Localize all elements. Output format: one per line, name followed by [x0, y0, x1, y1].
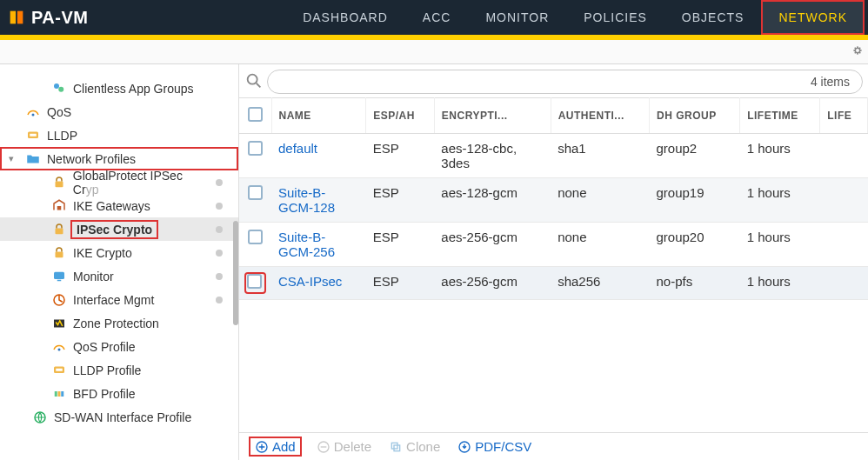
ifmgmt-icon: [50, 291, 68, 309]
sidebar-item-ike-crypto[interactable]: IKE Crypto: [0, 241, 238, 264]
row-enc: aes-256-gcm: [434, 223, 551, 267]
sidebar-item-label: QoS: [47, 105, 71, 119]
sidebar-item-label: Network Profiles: [47, 152, 136, 166]
ipsec-table: NAMEESP/AHENCRYPTI...AUTHENTI...DH GROUP…: [239, 97, 868, 300]
row-auth: sha256: [551, 267, 649, 300]
svg-rect-9: [54, 271, 64, 278]
sidebar-item-interface-mgmt[interactable]: Interface Mgmt: [0, 288, 238, 311]
lock-icon: [50, 244, 68, 262]
row-name[interactable]: Suite-B-GCM-128: [278, 185, 335, 215]
status-dot-icon: [216, 273, 223, 280]
sidebar-item-sd-wan-interface-profile[interactable]: SD-WAN Interface Profile: [0, 405, 238, 429]
monitor-icon: [50, 268, 68, 285]
grid-count: 4 items: [811, 75, 850, 89]
sidebar-item-clientless-app-groups[interactable]: Clientless App Groups: [0, 77, 238, 100]
sidebar-item-qos[interactable]: QoS: [0, 100, 238, 123]
sdwan-icon: [31, 409, 49, 426]
row-life: 1 hours: [740, 223, 820, 267]
chevron-down-icon: ▾: [9, 153, 19, 164]
svg-point-13: [58, 348, 61, 350]
svg-point-2: [32, 113, 35, 116]
add-button[interactable]: Add: [251, 439, 299, 454]
tab-policies[interactable]: POLICIES: [566, 0, 664, 35]
row-name[interactable]: CSA-IPsec: [278, 274, 342, 289]
tab-monitor[interactable]: MONITOR: [468, 0, 566, 35]
row-name[interactable]: default: [278, 141, 317, 156]
row-checkbox[interactable]: [247, 274, 262, 289]
column-header-espah[interactable]: ESP/AH: [366, 98, 435, 134]
column-header-lifetime[interactable]: LIFETIME: [740, 98, 820, 134]
main: Clientless App GroupsQoSLLDP▾Network Pro…: [0, 64, 868, 460]
export-button[interactable]: PDF/CSV: [457, 439, 531, 454]
clone-label: Clone: [406, 439, 440, 454]
column-header-authenti[interactable]: AUTHENTI...: [551, 98, 649, 134]
row-life2: [820, 267, 868, 300]
column-header-checkbox[interactable]: [239, 98, 271, 134]
table-row[interactable]: Suite-B-GCM-128ESPaes-128-gcmnonegroup19…: [239, 178, 868, 223]
search-icon[interactable]: [244, 71, 264, 93]
table-row[interactable]: CSA-IPsecESPaes-256-gcmsha256no-pfs1 hou…: [239, 267, 868, 300]
table-row[interactable]: defaultESPaes-128-cbc, 3dessha1group21 h…: [239, 134, 868, 178]
row-dh: group19: [649, 178, 739, 223]
lldp-icon: [50, 362, 68, 379]
column-header-name[interactable]: NAME: [271, 98, 366, 134]
sidebar-item-label: Monitor: [73, 270, 114, 283]
sidebar-item-ipsec-crypto[interactable]: IPSec Crypto: [0, 217, 238, 241]
status-dot-icon: [216, 203, 223, 210]
row-dh: group2: [649, 134, 739, 178]
row-name[interactable]: Suite-B-GCM-256: [278, 230, 335, 259]
sidebar-item-bfd-profile[interactable]: BFD Profile: [0, 382, 238, 405]
sidebar-item-monitor[interactable]: Monitor: [0, 264, 238, 288]
column-header-life[interactable]: LIFE: [820, 98, 868, 134]
topbar: PA-VM DASHBOARDACCMONITORPOLICIESOBJECTS…: [0, 0, 868, 35]
column-header-dhgroup[interactable]: DH GROUP: [649, 98, 739, 134]
sidebar-item-label: BFD Profile: [73, 387, 136, 401]
svg-rect-18: [61, 391, 63, 397]
sidebar-item-network-profiles[interactable]: ▾Network Profiles: [0, 147, 238, 170]
svg-point-20: [248, 74, 257, 83]
search-row: 4 items: [239, 64, 868, 97]
row-auth: none: [551, 223, 649, 267]
tab-acc[interactable]: ACC: [405, 0, 469, 35]
sidebar-item-qos-profile[interactable]: QoS Profile: [0, 335, 238, 358]
sidebar: Clientless App GroupsQoSLLDP▾Network Pro…: [0, 64, 239, 460]
sidebar-item-globalprotect-ipsec-crypto[interactable]: GlobalProtect IPSec Cryp: [0, 170, 238, 194]
status-dot-icon: [216, 226, 223, 233]
delete-button[interactable]: Delete: [317, 439, 371, 454]
row-enc: aes-128-gcm: [434, 178, 551, 223]
add-label: Add: [272, 439, 296, 454]
qos-icon: [50, 338, 68, 356]
table-row[interactable]: Suite-B-GCM-256ESPaes-256-gcmnonegroup20…: [239, 223, 868, 267]
sidebar-item-zone-protection[interactable]: Zone Protection: [0, 311, 238, 335]
tab-dashboard[interactable]: DASHBOARD: [285, 0, 405, 35]
sidebar-item-ike-gateways[interactable]: IKE Gateways: [0, 194, 238, 217]
row-auth: sha1: [551, 134, 649, 178]
svg-rect-15: [56, 368, 63, 370]
search-input[interactable]: 4 items: [267, 70, 863, 94]
sidebar-item-lldp[interactable]: LLDP: [0, 123, 238, 147]
clone-button[interactable]: Clone: [389, 439, 440, 454]
column-header-encrypti[interactable]: ENCRYPTI...: [434, 98, 551, 134]
tab-objects[interactable]: OBJECTS: [664, 0, 762, 35]
sidebar-scrollbar[interactable]: [233, 221, 238, 325]
delete-label: Delete: [334, 439, 371, 454]
select-all-checkbox[interactable]: [248, 107, 263, 122]
row-checkbox[interactable]: [248, 141, 263, 156]
bfd-icon: [50, 385, 68, 403]
tab-network[interactable]: NETWORK: [761, 0, 865, 35]
folder-icon: [24, 150, 42, 168]
nav-tabs: DASHBOARDACCMONITORPOLICIESOBJECTSNETWOR…: [285, 0, 865, 35]
row-esp: ESP: [366, 178, 435, 223]
sidebar-item-lldp-profile[interactable]: LLDP Profile: [0, 358, 238, 382]
footer-toolbar: Add Delete Clone PDF/CSV: [239, 432, 868, 460]
lock-icon: [50, 174, 68, 191]
sidebar-item-label: LLDP Profile: [73, 363, 141, 377]
brand-text: PA-VM: [31, 8, 88, 28]
svg-rect-16: [55, 391, 57, 397]
row-checkbox[interactable]: [248, 185, 263, 200]
settings-icon[interactable]: [851, 43, 865, 60]
sidebar-item-label: IPSec Crypto: [73, 223, 156, 237]
row-checkbox[interactable]: [248, 230, 263, 244]
status-dot-icon: [216, 250, 223, 257]
svg-rect-17: [58, 391, 61, 397]
